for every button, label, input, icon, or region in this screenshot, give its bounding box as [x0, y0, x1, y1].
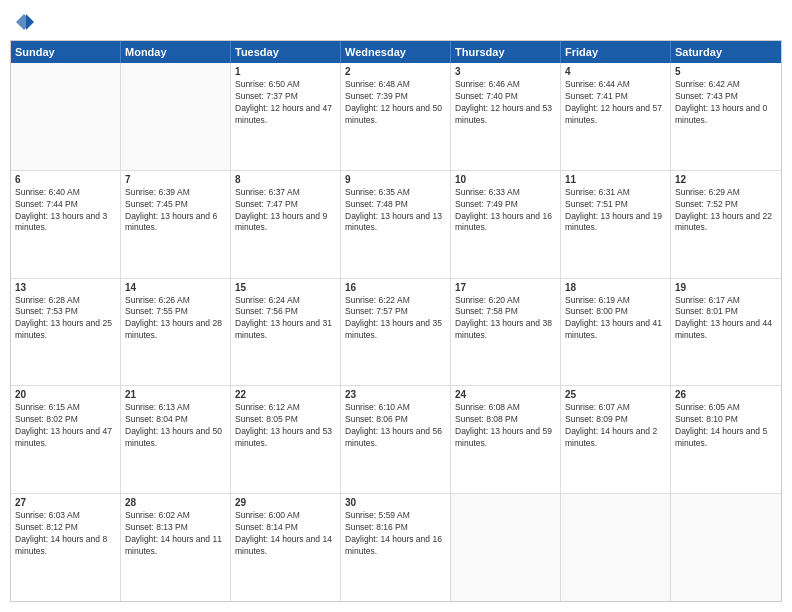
sunset-text: Sunset: 7:51 PM	[565, 199, 666, 211]
day-cell-30: 30Sunrise: 5:59 AMSunset: 8:16 PMDayligh…	[341, 494, 451, 601]
day-number: 1	[235, 66, 336, 77]
sunrise-text: Sunrise: 6:29 AM	[675, 187, 777, 199]
sunrise-text: Sunrise: 6:13 AM	[125, 402, 226, 414]
sunrise-text: Sunrise: 6:33 AM	[455, 187, 556, 199]
sunset-text: Sunset: 7:45 PM	[125, 199, 226, 211]
daylight-text: Daylight: 13 hours and 3 minutes.	[15, 211, 116, 235]
daylight-text: Daylight: 13 hours and 19 minutes.	[565, 211, 666, 235]
daylight-text: Daylight: 13 hours and 59 minutes.	[455, 426, 556, 450]
header-day-sunday: Sunday	[11, 41, 121, 63]
header	[10, 10, 782, 32]
sunset-text: Sunset: 7:58 PM	[455, 306, 556, 318]
sunrise-text: Sunrise: 6:00 AM	[235, 510, 336, 522]
day-number: 2	[345, 66, 446, 77]
sunrise-text: Sunrise: 6:28 AM	[15, 295, 116, 307]
day-number: 3	[455, 66, 556, 77]
header-day-tuesday: Tuesday	[231, 41, 341, 63]
sunset-text: Sunset: 7:47 PM	[235, 199, 336, 211]
daylight-text: Daylight: 13 hours and 53 minutes.	[235, 426, 336, 450]
day-number: 29	[235, 497, 336, 508]
daylight-text: Daylight: 13 hours and 44 minutes.	[675, 318, 777, 342]
sunset-text: Sunset: 8:09 PM	[565, 414, 666, 426]
day-cell-15: 15Sunrise: 6:24 AMSunset: 7:56 PMDayligh…	[231, 279, 341, 386]
daylight-text: Daylight: 12 hours and 57 minutes.	[565, 103, 666, 127]
day-number: 21	[125, 389, 226, 400]
day-number: 14	[125, 282, 226, 293]
sunset-text: Sunset: 7:39 PM	[345, 91, 446, 103]
day-number: 5	[675, 66, 777, 77]
header-day-friday: Friday	[561, 41, 671, 63]
day-cell-1: 1Sunrise: 6:50 AMSunset: 7:37 PMDaylight…	[231, 63, 341, 170]
day-cell-13: 13Sunrise: 6:28 AMSunset: 7:53 PMDayligh…	[11, 279, 121, 386]
day-cell-10: 10Sunrise: 6:33 AMSunset: 7:49 PMDayligh…	[451, 171, 561, 278]
sunrise-text: Sunrise: 6:08 AM	[455, 402, 556, 414]
daylight-text: Daylight: 13 hours and 28 minutes.	[125, 318, 226, 342]
calendar-header: SundayMondayTuesdayWednesdayThursdayFrid…	[11, 41, 781, 63]
day-number: 6	[15, 174, 116, 185]
day-cell-21: 21Sunrise: 6:13 AMSunset: 8:04 PMDayligh…	[121, 386, 231, 493]
day-cell-12: 12Sunrise: 6:29 AMSunset: 7:52 PMDayligh…	[671, 171, 781, 278]
sunset-text: Sunset: 8:10 PM	[675, 414, 777, 426]
daylight-text: Daylight: 14 hours and 2 minutes.	[565, 426, 666, 450]
calendar-row-3: 13Sunrise: 6:28 AMSunset: 7:53 PMDayligh…	[11, 279, 781, 387]
sunrise-text: Sunrise: 6:35 AM	[345, 187, 446, 199]
calendar-row-2: 6Sunrise: 6:40 AMSunset: 7:44 PMDaylight…	[11, 171, 781, 279]
day-cell-16: 16Sunrise: 6:22 AMSunset: 7:57 PMDayligh…	[341, 279, 451, 386]
daylight-text: Daylight: 14 hours and 16 minutes.	[345, 534, 446, 558]
page: SundayMondayTuesdayWednesdayThursdayFrid…	[0, 0, 792, 612]
calendar-row-1: 1Sunrise: 6:50 AMSunset: 7:37 PMDaylight…	[11, 63, 781, 171]
calendar-row-4: 20Sunrise: 6:15 AMSunset: 8:02 PMDayligh…	[11, 386, 781, 494]
sunrise-text: Sunrise: 6:20 AM	[455, 295, 556, 307]
day-number: 25	[565, 389, 666, 400]
header-day-wednesday: Wednesday	[341, 41, 451, 63]
day-cell-25: 25Sunrise: 6:07 AMSunset: 8:09 PMDayligh…	[561, 386, 671, 493]
sunrise-text: Sunrise: 6:42 AM	[675, 79, 777, 91]
day-cell-22: 22Sunrise: 6:12 AMSunset: 8:05 PMDayligh…	[231, 386, 341, 493]
sunset-text: Sunset: 8:08 PM	[455, 414, 556, 426]
day-cell-23: 23Sunrise: 6:10 AMSunset: 8:06 PMDayligh…	[341, 386, 451, 493]
calendar: SundayMondayTuesdayWednesdayThursdayFrid…	[10, 40, 782, 602]
logo	[14, 10, 38, 32]
day-cell-28: 28Sunrise: 6:02 AMSunset: 8:13 PMDayligh…	[121, 494, 231, 601]
daylight-text: Daylight: 14 hours and 5 minutes.	[675, 426, 777, 450]
day-number: 20	[15, 389, 116, 400]
sunset-text: Sunset: 8:14 PM	[235, 522, 336, 534]
sunset-text: Sunset: 7:49 PM	[455, 199, 556, 211]
sunrise-text: Sunrise: 6:24 AM	[235, 295, 336, 307]
sunset-text: Sunset: 7:43 PM	[675, 91, 777, 103]
day-number: 11	[565, 174, 666, 185]
sunset-text: Sunset: 7:41 PM	[565, 91, 666, 103]
day-number: 13	[15, 282, 116, 293]
daylight-text: Daylight: 13 hours and 35 minutes.	[345, 318, 446, 342]
sunset-text: Sunset: 7:40 PM	[455, 91, 556, 103]
sunrise-text: Sunrise: 6:03 AM	[15, 510, 116, 522]
daylight-text: Daylight: 12 hours and 53 minutes.	[455, 103, 556, 127]
sunrise-text: Sunrise: 6:39 AM	[125, 187, 226, 199]
day-cell-24: 24Sunrise: 6:08 AMSunset: 8:08 PMDayligh…	[451, 386, 561, 493]
daylight-text: Daylight: 13 hours and 31 minutes.	[235, 318, 336, 342]
sunrise-text: Sunrise: 6:19 AM	[565, 295, 666, 307]
sunrise-text: Sunrise: 6:15 AM	[15, 402, 116, 414]
day-cell-8: 8Sunrise: 6:37 AMSunset: 7:47 PMDaylight…	[231, 171, 341, 278]
day-cell-7: 7Sunrise: 6:39 AMSunset: 7:45 PMDaylight…	[121, 171, 231, 278]
day-number: 10	[455, 174, 556, 185]
sunset-text: Sunset: 8:05 PM	[235, 414, 336, 426]
header-day-thursday: Thursday	[451, 41, 561, 63]
empty-cell	[11, 63, 121, 170]
day-cell-4: 4Sunrise: 6:44 AMSunset: 7:41 PMDaylight…	[561, 63, 671, 170]
sunrise-text: Sunrise: 6:46 AM	[455, 79, 556, 91]
sunrise-text: Sunrise: 6:10 AM	[345, 402, 446, 414]
sunset-text: Sunset: 7:37 PM	[235, 91, 336, 103]
day-number: 19	[675, 282, 777, 293]
sunrise-text: Sunrise: 6:50 AM	[235, 79, 336, 91]
sunrise-text: Sunrise: 6:40 AM	[15, 187, 116, 199]
sunrise-text: Sunrise: 6:48 AM	[345, 79, 446, 91]
day-number: 27	[15, 497, 116, 508]
day-cell-5: 5Sunrise: 6:42 AMSunset: 7:43 PMDaylight…	[671, 63, 781, 170]
day-number: 16	[345, 282, 446, 293]
sunset-text: Sunset: 7:44 PM	[15, 199, 116, 211]
sunset-text: Sunset: 7:57 PM	[345, 306, 446, 318]
sunset-text: Sunset: 7:55 PM	[125, 306, 226, 318]
daylight-text: Daylight: 13 hours and 9 minutes.	[235, 211, 336, 235]
sunrise-text: Sunrise: 6:44 AM	[565, 79, 666, 91]
